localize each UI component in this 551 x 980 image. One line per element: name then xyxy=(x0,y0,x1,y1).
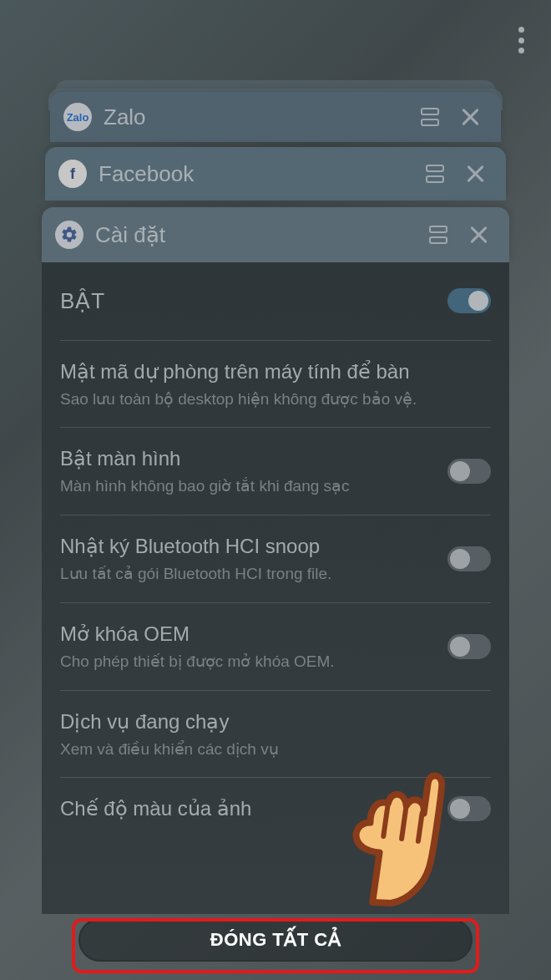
recent-apps-stack: Zalo Zalo f Facebook Cài đặt BẬT Mật mã … xyxy=(42,92,509,914)
close-icon xyxy=(459,106,481,128)
close-all-button[interactable]: ĐÓNG TẤT CẢ xyxy=(78,918,473,962)
setting-row-stay-awake[interactable]: Bật màn hình Màn hình không bao giờ tắt … xyxy=(60,428,491,515)
setting-subtitle: Lưu tất cả gói Bluetooth HCI trong file. xyxy=(60,564,437,584)
setting-title: Nhật ký Bluetooth HCI snoop xyxy=(60,534,437,559)
setting-row-backup-codes[interactable]: Mật mã dự phòng trên máy tính để bàn Sao… xyxy=(60,341,491,429)
split-screen-button[interactable] xyxy=(421,160,449,188)
toggle-switch[interactable] xyxy=(447,796,491,821)
recent-app-settings[interactable]: Cài đặt xyxy=(42,207,509,262)
setting-row-running-services[interactable]: Dịch vụ đang chạy Xem và điều khiển các … xyxy=(60,691,491,779)
close-icon xyxy=(468,224,489,246)
toggle-switch[interactable] xyxy=(447,459,491,484)
setting-master-toggle-row[interactable]: BẬT xyxy=(60,262,491,341)
split-screen-button[interactable] xyxy=(424,221,452,249)
close-app-button[interactable] xyxy=(456,103,484,131)
recent-app-title: Zalo xyxy=(104,104,404,130)
setting-row-bt-hci-snoop[interactable]: Nhật ký Bluetooth HCI snoop Lưu tất cả g… xyxy=(60,515,491,603)
setting-subtitle: Sao lưu toàn bộ desktop hiện không được … xyxy=(60,389,481,409)
recent-app-facebook[interactable]: f Facebook xyxy=(45,147,506,201)
facebook-icon: f xyxy=(58,160,87,188)
settings-gear-icon xyxy=(55,221,83,249)
bottom-bar: ĐÓNG TẤT CẢ xyxy=(78,918,473,968)
split-screen-button[interactable] xyxy=(416,103,444,131)
recent-app-zalo[interactable]: Zalo Zalo xyxy=(50,92,501,142)
setting-title: BẬT xyxy=(60,287,437,315)
setting-title: Chế độ màu của ảnh xyxy=(60,796,437,821)
close-all-label: ĐÓNG TẤT CẢ xyxy=(210,929,341,951)
close-app-button[interactable] xyxy=(464,221,493,249)
setting-subtitle: Cho phép thiết bị được mở khóa OEM. xyxy=(60,652,437,672)
close-app-button[interactable] xyxy=(461,160,489,188)
setting-title: Bật màn hình xyxy=(60,446,437,471)
more-options-button[interactable] xyxy=(509,23,533,57)
setting-title: Dịch vụ đang chạy xyxy=(60,709,481,734)
setting-subtitle: Màn hình không bao giờ tắt khi đang sạc xyxy=(60,476,437,496)
setting-row-oem-unlock[interactable]: Mở khóa OEM Cho phép thiết bị được mở kh… xyxy=(60,603,491,691)
toggle-switch[interactable] xyxy=(447,288,491,313)
setting-row-picture-color-mode[interactable]: Chế độ màu của ảnh xyxy=(60,778,491,840)
close-icon xyxy=(464,163,486,185)
toggle-switch[interactable] xyxy=(447,546,491,571)
recent-app-title: Facebook xyxy=(99,161,409,187)
setting-title: Mật mã dự phòng trên máy tính để bàn xyxy=(60,359,481,384)
setting-title: Mở khóa OEM xyxy=(60,622,437,647)
settings-panel: BẬT Mật mã dự phòng trên máy tính để bàn… xyxy=(42,262,509,914)
toggle-switch[interactable] xyxy=(447,634,491,659)
setting-subtitle: Xem và điều khiển các dịch vụ xyxy=(60,739,481,759)
zalo-icon: Zalo xyxy=(63,103,92,131)
recent-app-title: Cài đặt xyxy=(95,222,412,248)
